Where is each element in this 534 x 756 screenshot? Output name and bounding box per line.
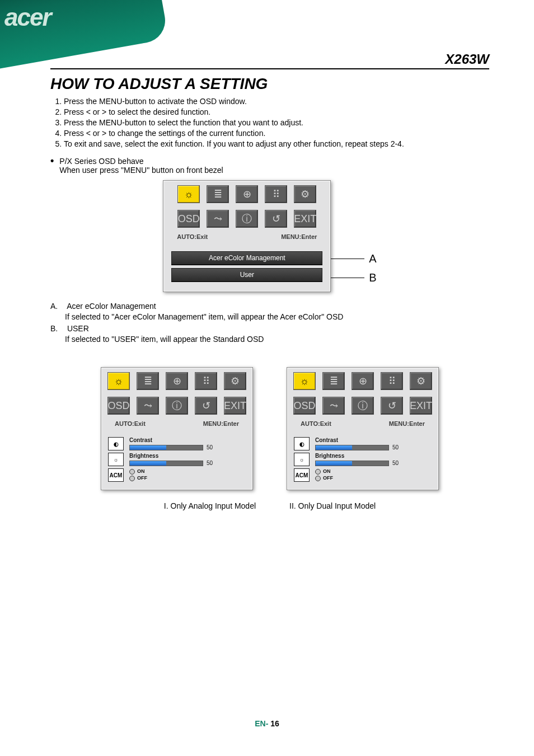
bullet-line: When user press "MENU" button on front b… (59, 166, 223, 175)
exit-icon[interactable]: EXIT (410, 397, 432, 415)
after-a-title: Acer eColor Management (67, 302, 156, 311)
brand-logo: acer (4, 3, 51, 31)
after-a-desc: If selected to "Acer eColor Management" … (65, 312, 489, 322)
letter-a: A. (50, 301, 65, 312)
position-icon[interactable]: ⊕ (352, 372, 374, 390)
acm-off-option[interactable]: OFF (129, 475, 147, 482)
page-footer: EN- 16 (0, 719, 534, 728)
osd-hint-left: AUTO:Exit (115, 420, 146, 427)
leader-line (331, 278, 364, 278)
acm-on-option[interactable]: ON (315, 468, 333, 475)
osd-window-main: ☼ ≣ ⊕ ⠿ ⚙ OSD ⤳ ⓘ ↺ EXIT AUTO:Exit MENU:… (163, 180, 331, 292)
exit-icon[interactable]: EXIT (224, 397, 246, 415)
brightness-small-icon: ☼ (108, 453, 124, 466)
letter-b: B. (50, 323, 65, 334)
contrast-slider[interactable] (129, 445, 203, 450)
brightness-icon[interactable]: ☼ (293, 372, 316, 390)
brightness-slider[interactable] (129, 461, 203, 466)
footer-page-number: 16 (270, 719, 279, 728)
acm-on-option[interactable]: ON (129, 468, 147, 475)
list-icon[interactable]: ≣ (207, 185, 229, 203)
annotation-a: A (369, 252, 376, 265)
signal-icon[interactable]: ⤳ (207, 210, 229, 228)
list-item: Press the MENU-button to select the func… (64, 118, 489, 128)
list-icon[interactable]: ≣ (322, 372, 345, 390)
brightness-icon[interactable]: ☼ (177, 185, 200, 203)
color-icon[interactable]: ⠿ (381, 372, 403, 390)
osd-icon[interactable]: OSD (177, 210, 200, 228)
brightness-label: Brightness (315, 453, 432, 459)
model-number: X263W (445, 51, 489, 67)
osd-hint-right: MENU:Enter (389, 420, 425, 427)
list-item: Press < or > to select the desired funct… (64, 107, 489, 118)
info-icon[interactable]: ⓘ (352, 397, 374, 415)
brightness-slider[interactable] (315, 461, 389, 466)
signal-icon[interactable]: ⤳ (322, 397, 345, 415)
contrast-label: Contrast (315, 437, 432, 443)
reset-icon[interactable]: ↺ (381, 397, 403, 415)
caption-dual: II. Only Dual Input Model (289, 501, 376, 510)
list-icon[interactable]: ≣ (137, 372, 159, 390)
adjust-steps: Press the MENU-button to activate the OS… (50, 96, 489, 149)
position-icon[interactable]: ⊕ (236, 185, 258, 203)
brightness-value: 50 (392, 460, 399, 466)
info-icon[interactable]: ⓘ (236, 210, 258, 228)
osd-hint-right: MENU:Enter (281, 233, 317, 240)
after-b-desc: If selected to "USER" item, will appear … (65, 334, 489, 345)
caption-analog: I. Only Analog Input Model (164, 501, 256, 510)
osd-icon[interactable]: OSD (107, 397, 130, 415)
signal-icon[interactable]: ⤳ (137, 397, 159, 415)
color-icon[interactable]: ⠿ (265, 185, 287, 203)
contrast-icon: ◐ (108, 437, 124, 450)
contrast-value: 50 (392, 444, 399, 450)
brightness-label: Brightness (129, 453, 246, 459)
after-b-title: USER (67, 324, 89, 333)
osd-item-user[interactable]: User (171, 268, 322, 281)
list-item: Press the MENU-button to activate the OS… (64, 96, 489, 107)
osd-hint-left: AUTO:Exit (301, 420, 331, 427)
acm-off-option[interactable]: OFF (315, 475, 333, 482)
language-icon[interactable]: ⚙ (224, 372, 246, 390)
brightness-value: 50 (207, 460, 213, 466)
reset-icon[interactable]: ↺ (265, 210, 287, 228)
brightness-icon[interactable]: ☼ (107, 372, 130, 390)
language-icon[interactable]: ⚙ (294, 185, 316, 203)
footer-lang: EN- (255, 719, 268, 728)
osd-window-analog: ☼ ≣ ⊕ ⠿ ⚙ OSD ⤳ ⓘ ↺ EXIT AUTO:Exit MENU:… (101, 367, 253, 490)
osd-hint-left: AUTO:Exit (177, 233, 208, 240)
osd-hint-right: MENU:Enter (203, 420, 239, 427)
bullet-dot: • (50, 157, 54, 175)
bullet-line: P/X Series OSD behave (59, 157, 223, 166)
position-icon[interactable]: ⊕ (166, 372, 188, 390)
reset-icon[interactable]: ↺ (195, 397, 217, 415)
page-title: HOW TO ADJUST A SETTING (50, 75, 489, 93)
annotation-b: B (369, 271, 376, 284)
contrast-slider[interactable] (315, 445, 389, 450)
contrast-value: 50 (207, 444, 213, 450)
contrast-icon: ◐ (294, 437, 310, 450)
acm-icon: ACM (294, 468, 310, 482)
header-rule (50, 68, 489, 69)
info-icon[interactable]: ⓘ (166, 397, 188, 415)
leader-line (331, 259, 364, 259)
color-icon[interactable]: ⠿ (195, 372, 217, 390)
brightness-small-icon: ☼ (294, 453, 310, 466)
osd-window-dual: ☼ ≣ ⊕ ⠿ ⚙ OSD ⤳ ⓘ ↺ EXIT AUTO:Exit MENU:… (287, 367, 439, 490)
osd-item-ecolor[interactable]: Acer eColor Management (171, 251, 322, 265)
contrast-label: Contrast (129, 437, 246, 443)
osd-icon[interactable]: OSD (293, 397, 316, 415)
acm-icon: ACM (108, 468, 124, 482)
exit-icon[interactable]: EXIT (294, 210, 316, 228)
list-item: Press < or > to change the settings of t… (64, 128, 489, 139)
language-icon[interactable]: ⚙ (410, 372, 432, 390)
list-item: To exit and save, select the exit functi… (64, 139, 489, 149)
